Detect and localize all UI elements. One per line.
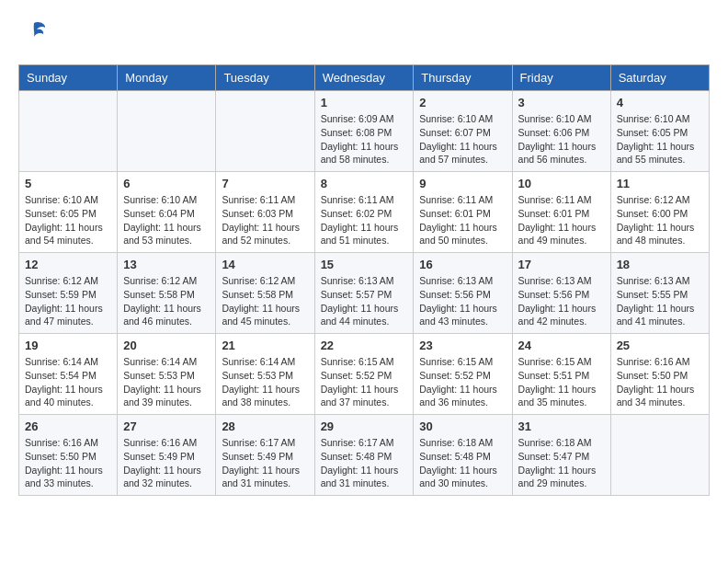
day-of-week-header: Tuesday bbox=[216, 65, 314, 91]
day-info: Sunrise: 6:14 AM Sunset: 5:54 PM Dayligh… bbox=[25, 355, 111, 409]
day-info: Sunrise: 6:11 AM Sunset: 6:03 PM Dayligh… bbox=[222, 193, 308, 247]
day-number: 9 bbox=[419, 177, 506, 190]
calendar-cell: 9Sunrise: 6:11 AM Sunset: 6:01 PM Daylig… bbox=[414, 172, 512, 253]
day-number: 3 bbox=[518, 96, 605, 109]
day-number: 8 bbox=[321, 177, 408, 190]
day-of-week-header: Friday bbox=[512, 65, 610, 91]
calendar-week-row: 26Sunrise: 6:16 AM Sunset: 5:50 PM Dayli… bbox=[19, 415, 710, 496]
day-info: Sunrise: 6:11 AM Sunset: 6:02 PM Dayligh… bbox=[321, 193, 408, 247]
day-number: 4 bbox=[617, 96, 703, 109]
day-number: 1 bbox=[321, 96, 408, 109]
day-of-week-header: Wednesday bbox=[314, 65, 414, 91]
calendar-cell: 20Sunrise: 6:14 AM Sunset: 5:53 PM Dayli… bbox=[118, 334, 216, 415]
day-number: 6 bbox=[123, 177, 210, 190]
day-number: 16 bbox=[419, 258, 506, 271]
calendar-table: SundayMondayTuesdayWednesdayThursdayFrid… bbox=[18, 64, 710, 496]
day-number: 7 bbox=[222, 177, 308, 190]
day-info: Sunrise: 6:17 AM Sunset: 5:48 PM Dayligh… bbox=[321, 436, 408, 490]
calendar-cell: 31Sunrise: 6:18 AM Sunset: 5:47 PM Dayli… bbox=[512, 415, 610, 496]
calendar-cell: 8Sunrise: 6:11 AM Sunset: 6:02 PM Daylig… bbox=[314, 172, 414, 253]
day-number: 17 bbox=[518, 258, 605, 271]
day-number: 26 bbox=[25, 419, 111, 433]
calendar-cell: 12Sunrise: 6:12 AM Sunset: 5:59 PM Dayli… bbox=[19, 253, 118, 334]
calendar-cell: 2Sunrise: 6:10 AM Sunset: 6:07 PM Daylig… bbox=[414, 91, 512, 172]
day-info: Sunrise: 6:15 AM Sunset: 5:52 PM Dayligh… bbox=[419, 355, 506, 409]
calendar-cell: 14Sunrise: 6:12 AM Sunset: 5:58 PM Dayli… bbox=[216, 253, 314, 334]
calendar-week-row: 1Sunrise: 6:09 AM Sunset: 6:08 PM Daylig… bbox=[19, 91, 710, 172]
calendar-cell: 26Sunrise: 6:16 AM Sunset: 5:50 PM Dayli… bbox=[19, 415, 118, 496]
day-number: 21 bbox=[222, 339, 308, 352]
day-number: 31 bbox=[518, 419, 605, 433]
calendar-cell: 7Sunrise: 6:11 AM Sunset: 6:03 PM Daylig… bbox=[216, 172, 314, 253]
day-number: 11 bbox=[617, 177, 703, 190]
day-number: 14 bbox=[222, 258, 308, 271]
day-number: 15 bbox=[321, 258, 408, 271]
calendar-cell: 28Sunrise: 6:17 AM Sunset: 5:49 PM Dayli… bbox=[216, 415, 314, 496]
day-number: 18 bbox=[617, 258, 703, 271]
day-info: Sunrise: 6:15 AM Sunset: 5:51 PM Dayligh… bbox=[518, 355, 605, 409]
day-info: Sunrise: 6:18 AM Sunset: 5:47 PM Dayligh… bbox=[518, 436, 605, 490]
calendar-cell bbox=[610, 415, 709, 496]
day-of-week-header: Saturday bbox=[610, 65, 709, 91]
day-info: Sunrise: 6:12 AM Sunset: 5:58 PM Dayligh… bbox=[222, 274, 308, 328]
day-info: Sunrise: 6:11 AM Sunset: 6:01 PM Dayligh… bbox=[518, 193, 605, 247]
day-info: Sunrise: 6:13 AM Sunset: 5:56 PM Dayligh… bbox=[518, 274, 605, 328]
calendar-cell: 21Sunrise: 6:14 AM Sunset: 5:53 PM Dayli… bbox=[216, 334, 314, 415]
calendar-cell: 10Sunrise: 6:11 AM Sunset: 6:01 PM Dayli… bbox=[512, 172, 610, 253]
day-of-week-header: Sunday bbox=[19, 65, 118, 91]
day-number: 12 bbox=[25, 258, 111, 271]
calendar-cell: 15Sunrise: 6:13 AM Sunset: 5:57 PM Dayli… bbox=[314, 253, 414, 334]
day-info: Sunrise: 6:09 AM Sunset: 6:08 PM Dayligh… bbox=[321, 112, 408, 167]
calendar-cell: 1Sunrise: 6:09 AM Sunset: 6:08 PM Daylig… bbox=[314, 91, 414, 172]
day-number: 23 bbox=[419, 339, 506, 352]
day-info: Sunrise: 6:10 AM Sunset: 6:05 PM Dayligh… bbox=[617, 112, 703, 167]
calendar-cell: 18Sunrise: 6:13 AM Sunset: 5:55 PM Dayli… bbox=[610, 253, 709, 334]
day-number: 2 bbox=[419, 96, 506, 109]
day-info: Sunrise: 6:12 AM Sunset: 5:59 PM Dayligh… bbox=[25, 274, 111, 328]
day-info: Sunrise: 6:12 AM Sunset: 5:58 PM Dayligh… bbox=[123, 274, 210, 328]
day-of-week-header: Monday bbox=[118, 65, 216, 91]
day-info: Sunrise: 6:12 AM Sunset: 6:00 PM Dayligh… bbox=[617, 193, 703, 247]
logo-bird-icon bbox=[20, 18, 48, 46]
calendar-cell bbox=[19, 91, 118, 172]
day-number: 20 bbox=[123, 339, 210, 352]
day-number: 13 bbox=[123, 258, 210, 271]
calendar-cell: 24Sunrise: 6:15 AM Sunset: 5:51 PM Dayli… bbox=[512, 334, 610, 415]
calendar-cell: 29Sunrise: 6:17 AM Sunset: 5:48 PM Dayli… bbox=[314, 415, 414, 496]
calendar-week-row: 19Sunrise: 6:14 AM Sunset: 5:54 PM Dayli… bbox=[19, 334, 710, 415]
calendar-cell: 4Sunrise: 6:10 AM Sunset: 6:05 PM Daylig… bbox=[610, 91, 709, 172]
day-number: 30 bbox=[419, 419, 506, 433]
day-info: Sunrise: 6:16 AM Sunset: 5:50 PM Dayligh… bbox=[617, 355, 703, 409]
day-info: Sunrise: 6:13 AM Sunset: 5:57 PM Dayligh… bbox=[321, 274, 408, 328]
calendar-cell: 17Sunrise: 6:13 AM Sunset: 5:56 PM Dayli… bbox=[512, 253, 610, 334]
calendar-cell: 5Sunrise: 6:10 AM Sunset: 6:05 PM Daylig… bbox=[19, 172, 118, 253]
calendar-cell: 27Sunrise: 6:16 AM Sunset: 5:49 PM Dayli… bbox=[118, 415, 216, 496]
day-info: Sunrise: 6:10 AM Sunset: 6:05 PM Dayligh… bbox=[25, 193, 111, 247]
logo bbox=[18, 18, 48, 51]
calendar-cell: 30Sunrise: 6:18 AM Sunset: 5:48 PM Dayli… bbox=[414, 415, 512, 496]
calendar-cell: 16Sunrise: 6:13 AM Sunset: 5:56 PM Dayli… bbox=[414, 253, 512, 334]
day-number: 25 bbox=[617, 339, 703, 352]
calendar-cell: 19Sunrise: 6:14 AM Sunset: 5:54 PM Dayli… bbox=[19, 334, 118, 415]
calendar-cell: 6Sunrise: 6:10 AM Sunset: 6:04 PM Daylig… bbox=[118, 172, 216, 253]
day-number: 28 bbox=[222, 419, 308, 433]
calendar-week-row: 12Sunrise: 6:12 AM Sunset: 5:59 PM Dayli… bbox=[19, 253, 710, 334]
day-number: 19 bbox=[25, 339, 111, 352]
calendar-cell: 22Sunrise: 6:15 AM Sunset: 5:52 PM Dayli… bbox=[314, 334, 414, 415]
day-info: Sunrise: 6:16 AM Sunset: 5:49 PM Dayligh… bbox=[123, 436, 210, 490]
day-number: 29 bbox=[321, 419, 408, 433]
day-info: Sunrise: 6:14 AM Sunset: 5:53 PM Dayligh… bbox=[123, 355, 210, 409]
day-info: Sunrise: 6:16 AM Sunset: 5:50 PM Dayligh… bbox=[25, 436, 111, 490]
calendar-cell: 23Sunrise: 6:15 AM Sunset: 5:52 PM Dayli… bbox=[414, 334, 512, 415]
calendar-cell bbox=[216, 91, 314, 172]
calendar-cell: 11Sunrise: 6:12 AM Sunset: 6:00 PM Dayli… bbox=[610, 172, 709, 253]
calendar-cell: 25Sunrise: 6:16 AM Sunset: 5:50 PM Dayli… bbox=[610, 334, 709, 415]
day-info: Sunrise: 6:10 AM Sunset: 6:07 PM Dayligh… bbox=[419, 112, 506, 167]
day-info: Sunrise: 6:14 AM Sunset: 5:53 PM Dayligh… bbox=[222, 355, 308, 409]
day-info: Sunrise: 6:10 AM Sunset: 6:04 PM Dayligh… bbox=[123, 193, 210, 247]
day-info: Sunrise: 6:10 AM Sunset: 6:06 PM Dayligh… bbox=[518, 112, 605, 167]
day-info: Sunrise: 6:13 AM Sunset: 5:56 PM Dayligh… bbox=[419, 274, 506, 328]
page-header bbox=[18, 18, 710, 51]
calendar-cell: 3Sunrise: 6:10 AM Sunset: 6:06 PM Daylig… bbox=[512, 91, 610, 172]
day-number: 24 bbox=[518, 339, 605, 352]
